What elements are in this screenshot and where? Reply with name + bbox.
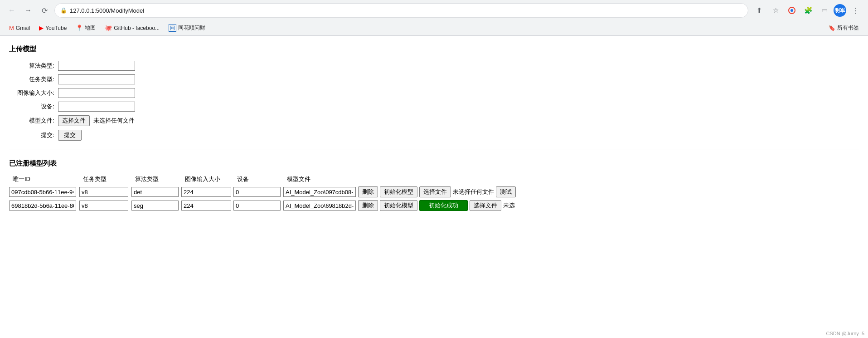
bookmark-github[interactable]: 🐙 GitHub - faceboo... <box>101 23 163 33</box>
back-button[interactable]: ← <box>5 4 18 17</box>
bookmark-tonghua-label: 同花顺问财 <box>178 24 205 32</box>
row0-choose-file-label: 选择文件 <box>423 188 447 195</box>
row1-delete-button[interactable]: 删除 <box>358 200 378 211</box>
col-algo-header: 算法类型 <box>131 173 181 185</box>
model-file-row: 模型文件: 选择文件 未选择任何文件 <box>9 115 859 126</box>
row0-choose-file-button[interactable]: 选择文件 <box>419 186 451 197</box>
all-bookmarks-button[interactable]: 🔖 所有书签 <box>825 22 863 34</box>
model-file-label: 模型文件: <box>9 117 54 125</box>
row0-imgsize-input[interactable] <box>181 187 231 197</box>
task-type-label: 任务类型: <box>9 75 54 83</box>
task-type-row: 任务类型: <box>9 74 859 84</box>
col-id-header: 唯一ID <box>9 173 79 185</box>
bookmark-maps[interactable]: 📍 地图 <box>72 22 99 34</box>
bookmark-gmail[interactable]: M Gmail <box>5 23 34 33</box>
page-content: 上传模型 算法类型: 任务类型: 图像输入大小: 设备: 模型文件: 选择文件 <box>0 36 868 221</box>
choose-file-button[interactable]: 选择文件 <box>58 115 90 126</box>
row1-choose-file-button[interactable]: 选择文件 <box>470 200 501 211</box>
bookmark-youtube-label: YouTube <box>45 25 67 31</box>
extensions-button[interactable]: 🧩 <box>801 3 815 18</box>
algo-type-label: 算法类型: <box>9 62 54 70</box>
row1-init-success-badge: 初始化成功 <box>419 200 468 211</box>
row0-test-button[interactable]: 测试 <box>496 186 516 197</box>
profile-button[interactable]: 明军 <box>834 4 846 17</box>
device-label: 设备: <box>9 103 54 111</box>
row0-task-input[interactable] <box>79 187 128 197</box>
row1-actions: 删除 初始化模型 初始化成功 选择文件 未选 <box>358 200 859 211</box>
sidebar-button[interactable]: ▭ <box>817 3 832 18</box>
tonghua-icon: 问 <box>169 24 176 32</box>
toolbar-actions: ⬆ ☆ 🧩 ▭ 明军 ⋮ <box>752 3 863 18</box>
row0-init-button[interactable]: 初始化模型 <box>380 186 417 197</box>
row0-no-file-text: 未选择任何文件 <box>453 188 494 196</box>
chrome-icon-button[interactable] <box>785 3 799 18</box>
gmail-icon: M <box>9 24 14 31</box>
row0-device-input[interactable] <box>233 187 281 197</box>
row1-id-cell <box>9 199 79 212</box>
table-row: 删除 初始化模型 初始化成功 选择文件 未选 <box>9 199 859 212</box>
col-modelfile-header: 模型文件 <box>283 173 358 185</box>
bookmarks-bar: M Gmail ▶ YouTube 📍 地图 🐙 GitHub - facebo… <box>0 21 868 35</box>
row1-device-input[interactable] <box>233 201 281 211</box>
algo-type-input[interactable] <box>58 61 135 71</box>
row0-actions: 删除 初始化模型 选择文件 未选择任何文件 测试 <box>358 186 859 197</box>
forward-button[interactable]: → <box>22 4 34 17</box>
row0-id-cell <box>9 185 79 199</box>
device-input[interactable] <box>58 102 135 112</box>
no-file-text: 未选择任何文件 <box>93 117 135 125</box>
choose-file-label: 选择文件 <box>62 117 86 124</box>
row1-modelfile-input[interactable] <box>283 201 356 211</box>
col-actions-header <box>358 173 859 185</box>
bookmark-button[interactable]: ☆ <box>768 3 783 18</box>
col-task-header: 任务类型 <box>79 173 131 185</box>
bookmark-github-label: GitHub - faceboo... <box>114 25 160 31</box>
upload-section: 上传模型 算法类型: 任务类型: 图像输入大小: 设备: 模型文件: 选择文件 <box>9 45 859 141</box>
row0-modelfile-input[interactable] <box>283 187 356 197</box>
row0-algo-cell <box>131 185 181 199</box>
row1-algo-input[interactable] <box>131 201 179 211</box>
img-size-input[interactable] <box>58 88 135 98</box>
row1-id-input[interactable] <box>9 201 76 211</box>
browser-toolbar: ← → ⟳ 🔒 127.0.0.1:5000/ModifyModel ⬆ ☆ 🧩… <box>0 0 868 21</box>
submit-label: 提交: <box>9 131 54 139</box>
row1-no-file-text: 未选 <box>503 201 515 210</box>
maps-icon: 📍 <box>76 24 83 31</box>
col-imgsize-header: 图像输入大小 <box>181 173 233 185</box>
bookmarks-bar-right: 🔖 所有书签 <box>825 22 863 34</box>
table-section: 已注册模型列表 唯一ID 任务类型 算法类型 图像输入大小 设备 模型文件 <box>9 159 859 212</box>
algo-type-row: 算法类型: <box>9 61 859 71</box>
model-table: 唯一ID 任务类型 算法类型 图像输入大小 设备 模型文件 <box>9 173 859 212</box>
bookmark-tonghua[interactable]: 问 同花顺问财 <box>165 22 209 34</box>
row0-algo-input[interactable] <box>131 187 179 197</box>
row0-delete-button[interactable]: 删除 <box>358 186 378 197</box>
row1-device-cell <box>233 199 283 212</box>
bookmark-gmail-label: Gmail <box>16 25 30 31</box>
task-type-input[interactable] <box>58 74 135 84</box>
bookmark-youtube[interactable]: ▶ YouTube <box>35 23 70 33</box>
row0-id-input[interactable] <box>9 187 76 197</box>
reload-button[interactable]: ⟳ <box>38 4 51 17</box>
address-bar[interactable]: 🔒 127.0.0.1:5000/ModifyModel <box>54 3 748 18</box>
lock-icon: 🔒 <box>60 7 67 14</box>
table-header-row: 唯一ID 任务类型 算法类型 图像输入大小 设备 模型文件 <box>9 173 859 185</box>
submit-button[interactable]: 提交 <box>58 130 82 141</box>
bookmark-maps-label: 地图 <box>85 24 96 32</box>
menu-button[interactable]: ⋮ <box>848 3 863 18</box>
row1-imgsize-input[interactable] <box>181 201 231 211</box>
svg-point-1 <box>790 9 793 12</box>
section-divider <box>9 150 859 150</box>
row0-device-cell <box>233 185 283 199</box>
row0-imgsize-cell <box>181 185 233 199</box>
col-device-header: 设备 <box>233 173 283 185</box>
submit-row: 提交: 提交 <box>9 130 859 141</box>
row1-init-button[interactable]: 初始化模型 <box>380 200 417 211</box>
row1-imgsize-cell <box>181 199 233 212</box>
upload-section-title: 上传模型 <box>9 45 859 54</box>
all-bookmarks-label: 所有书签 <box>837 24 859 32</box>
url-text: 127.0.0.1:5000/ModifyModel <box>70 7 144 14</box>
row1-task-input[interactable] <box>79 201 128 211</box>
share-button[interactable]: ⬆ <box>752 3 766 18</box>
row1-modelfile-cell <box>283 199 358 212</box>
row1-choose-file-label: 选择文件 <box>474 202 497 209</box>
row0-task-cell <box>79 185 131 199</box>
